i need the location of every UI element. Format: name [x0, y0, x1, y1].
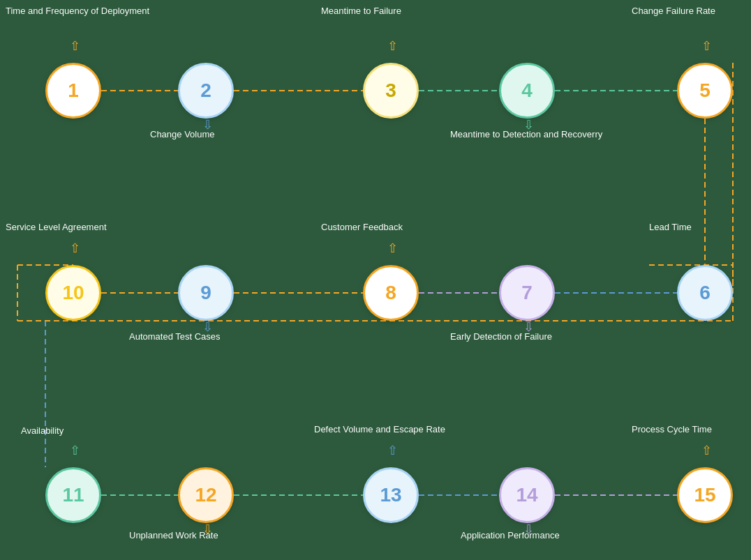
- label-meantime-failure: Meantime to Failure: [321, 6, 401, 17]
- label-lead-time: Lead Time: [649, 222, 692, 234]
- label-automated-test: Automated Test Cases: [129, 331, 221, 343]
- node-1[interactable]: 1: [45, 63, 101, 119]
- node-9-label: 9: [200, 282, 211, 304]
- label-availability: Availability: [21, 425, 64, 437]
- label-change-failure-rate: Change Failure Rate: [632, 6, 715, 17]
- node-3-label: 3: [385, 80, 396, 102]
- node-11[interactable]: 11: [45, 467, 101, 523]
- node-14-label: 14: [516, 484, 537, 506]
- node-12[interactable]: 12: [178, 467, 234, 523]
- node-4[interactable]: 4: [499, 63, 555, 119]
- diagram-container: ⇧ ⇧ ⇧ ⇩ ⇩ ⇧ ⇧ ⇩ ⇩ ⇧ ⇧ ⇧ ⇩ ⇩ 1 2 3 4 5 10: [0, 0, 751, 560]
- node-12-label: 12: [195, 484, 216, 506]
- node-6-label: 6: [699, 282, 711, 304]
- node-4-label: 4: [521, 80, 533, 102]
- node-5[interactable]: 5: [677, 63, 733, 119]
- label-process-cycle: Process Cycle Time: [632, 424, 712, 436]
- label-unplanned-work: Unplanned Work Rate: [129, 530, 218, 542]
- node-8[interactable]: 8: [363, 265, 419, 321]
- node-2-label: 2: [200, 80, 211, 102]
- node-13-label: 13: [380, 484, 401, 506]
- label-meantime-detection: Meantime to Detection and Recoverry: [450, 129, 602, 141]
- node-3[interactable]: 3: [363, 63, 419, 119]
- node-15-label: 15: [694, 484, 715, 506]
- node-10[interactable]: 10: [45, 265, 101, 321]
- node-11-label: 11: [62, 484, 84, 506]
- node-2[interactable]: 2: [178, 63, 234, 119]
- node-10-label: 10: [62, 282, 84, 304]
- node-13[interactable]: 13: [363, 467, 419, 523]
- node-15[interactable]: 15: [677, 467, 733, 523]
- node-14[interactable]: 14: [499, 467, 555, 523]
- label-defect-volume: Defect Volume and Escape Rate: [314, 424, 445, 436]
- label-change-volume: Change Volume: [150, 129, 215, 141]
- label-time-frequency: Time and Frequency of Deployment: [6, 6, 149, 17]
- node-9[interactable]: 9: [178, 265, 234, 321]
- node-5-label: 5: [699, 80, 711, 102]
- label-application-performance: Application Performance: [461, 530, 560, 542]
- node-7[interactable]: 7: [499, 265, 555, 321]
- node-7-label: 7: [521, 282, 533, 304]
- label-service-level: Service Level Agreement: [6, 222, 107, 234]
- label-early-detection: Early Detection of Failure: [450, 331, 552, 343]
- label-customer-feedback: Customer Feedback: [321, 222, 403, 234]
- node-6[interactable]: 6: [677, 265, 733, 321]
- node-1-label: 1: [68, 80, 79, 102]
- node-8-label: 8: [385, 282, 396, 304]
